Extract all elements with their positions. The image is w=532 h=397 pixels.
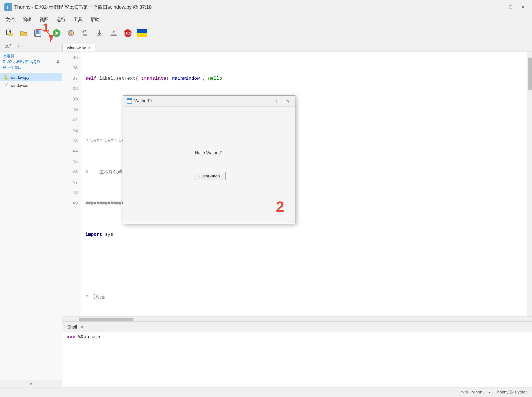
ui-file-icon: 📄: [3, 83, 9, 88]
step-over-icon: [81, 29, 89, 37]
svg-marker-17: [113, 30, 115, 33]
stop-icon: STOP: [123, 29, 132, 38]
title-bar-controls: ─ □ ✕: [494, 2, 528, 12]
new-file-button[interactable]: [3, 27, 15, 39]
sidebar: 文件 × 此电脑D:\02-示例程序\pyQT\第一个窗口 ≡ 🐍 window…: [0, 41, 62, 387]
shell-prompt: >>>: [67, 335, 75, 340]
popup-title-bar: WalnutPi ─ □ ✕: [123, 96, 295, 107]
popup-push-button[interactable]: PushButton: [193, 172, 226, 180]
popup-hello-label: Hello WalnutPi: [195, 151, 223, 156]
annotation-2: 2: [276, 198, 284, 215]
maximize-button[interactable]: □: [506, 2, 516, 12]
editor-tab-close-icon[interactable]: ×: [88, 46, 90, 50]
new-file-icon: [5, 29, 13, 37]
svg-rect-16: [97, 35, 101, 36]
line-numbers: 35 36 37 38 39 40 41 42 43 44 45 46 47 4…: [62, 51, 81, 317]
flag-icon: [137, 29, 147, 37]
flag-button[interactable]: [136, 27, 148, 39]
shell-content[interactable]: >>> %Run win: [62, 332, 532, 387]
svg-text:STOP: STOP: [123, 31, 132, 35]
code-line-35: self.label.setText(_translate( MainWindo…: [85, 73, 527, 84]
editor-tab-label: window.py: [67, 45, 86, 50]
debug-button[interactable]: [65, 27, 77, 39]
sidebar-down-arrow-icon: ▼: [29, 382, 33, 386]
python-file-icon: 🐍: [3, 75, 9, 80]
step-into-icon: [95, 29, 103, 37]
sidebar-tree: 🐍 window.py 📄 window.ui: [0, 72, 62, 381]
sidebar-current-path: 此电脑D:\02-示例程序\pyQT\第一个窗口: [3, 53, 40, 70]
step-out-icon: [109, 29, 118, 37]
step-over-button[interactable]: [79, 27, 91, 39]
shell-tab-bar: Shell ×: [62, 322, 532, 332]
menu-bar: 文件 编辑 视图 运行 工具 帮助: [0, 14, 532, 25]
svg-rect-4: [9, 33, 13, 36]
popup-content: Hello WalnutPi PushButton 2 ⌟: [123, 107, 295, 224]
menu-help[interactable]: 帮助: [87, 15, 103, 24]
editor-tab-window-py[interactable]: window.py ×: [62, 44, 95, 51]
svg-rect-26: [127, 99, 132, 100]
shell-tab-label[interactable]: Shell: [65, 324, 80, 331]
svg-rect-22: [137, 33, 147, 37]
title-bar: T Thonny - D:\02-示例程序\pyQT\第一个窗口\window.…: [0, 0, 532, 14]
svg-point-13: [69, 31, 72, 35]
code-line-42: # 【可选: [85, 292, 527, 302]
open-file-icon: [19, 29, 28, 37]
code-line-40: import sys: [85, 229, 527, 240]
shell-line-1: >>> %Run win: [67, 335, 528, 340]
step-out-button[interactable]: [107, 27, 120, 39]
svg-rect-18: [111, 34, 117, 36]
popup-controls: ─ □ ✕: [263, 97, 292, 105]
sidebar-scroll-down[interactable]: ▼: [0, 381, 62, 387]
sidebar-tab-close[interactable]: ×: [18, 44, 20, 48]
status-bullet: •: [489, 390, 490, 395]
close-button[interactable]: ✕: [518, 2, 528, 12]
menu-run[interactable]: 运行: [53, 15, 69, 24]
menu-tools[interactable]: 工具: [70, 15, 86, 24]
window-title: Thonny - D:\02-示例程序\pyQT\第一个窗口\window.py…: [14, 4, 152, 10]
file-window-py[interactable]: 🐍 window.py: [0, 73, 62, 81]
editor-vscroll[interactable]: [527, 51, 532, 317]
svg-rect-25: [127, 100, 132, 103]
sidebar-menu-icon[interactable]: ≡: [56, 59, 59, 65]
shell-tab-close-icon[interactable]: ×: [81, 325, 83, 329]
svg-rect-14: [83, 34, 87, 36]
vscroll-thumb[interactable]: [528, 57, 532, 90]
editor-tabs: window.py ×: [62, 41, 532, 51]
minimize-button[interactable]: ─: [494, 2, 504, 12]
title-bar-left: T Thonny - D:\02-示例程序\pyQT\第一个窗口\window.…: [4, 3, 152, 11]
popup-title-text: WalnutPi: [134, 99, 152, 103]
code-line-41: [85, 261, 527, 271]
svg-rect-21: [137, 29, 147, 33]
app-icon: T: [4, 3, 12, 11]
popup-minimize-button[interactable]: ─: [263, 97, 272, 105]
menu-file[interactable]: 文件: [2, 15, 18, 24]
red-arrow-annotation: [27, 27, 60, 48]
shell-command: %Run win: [78, 335, 100, 340]
popup-title-left: WalnutPi: [127, 98, 152, 104]
stop-button[interactable]: STOP: [122, 27, 134, 39]
file-window-py-label: window.py: [10, 75, 29, 80]
menu-edit[interactable]: 编辑: [19, 15, 35, 24]
sidebar-header: 此电脑D:\02-示例程序\pyQT\第一个窗口 ≡: [0, 51, 62, 72]
popup-app-icon: [127, 98, 132, 104]
status-python-version: 本地 Python3: [460, 390, 484, 395]
shell-area: Shell × >>> %Run win: [62, 321, 532, 387]
sidebar-tab-files[interactable]: 文件: [2, 42, 16, 50]
file-window-ui-label: window.ui: [10, 83, 28, 88]
popup-resize-handle[interactable]: ⌟: [292, 219, 294, 223]
popup-window: WalnutPi ─ □ ✕ Hello WalnutPi PushButton…: [123, 95, 295, 224]
file-window-ui[interactable]: 📄 window.ui: [0, 81, 62, 89]
editor-hscroll[interactable]: [62, 317, 532, 321]
svg-text:T: T: [6, 5, 9, 10]
popup-maximize-button[interactable]: □: [273, 97, 282, 105]
hscroll-thumb[interactable]: [79, 318, 133, 321]
step-into-button[interactable]: [93, 27, 105, 39]
debug-icon: [66, 29, 75, 38]
popup-close-button[interactable]: ✕: [283, 97, 292, 105]
vscroll-up[interactable]: [527, 51, 532, 57]
toolbar: STOP 1: [0, 25, 532, 41]
status-bar: 本地 Python3 • Thonny 的 Python: [0, 387, 532, 397]
status-thonny-python: Thonny 的 Python: [495, 390, 528, 395]
